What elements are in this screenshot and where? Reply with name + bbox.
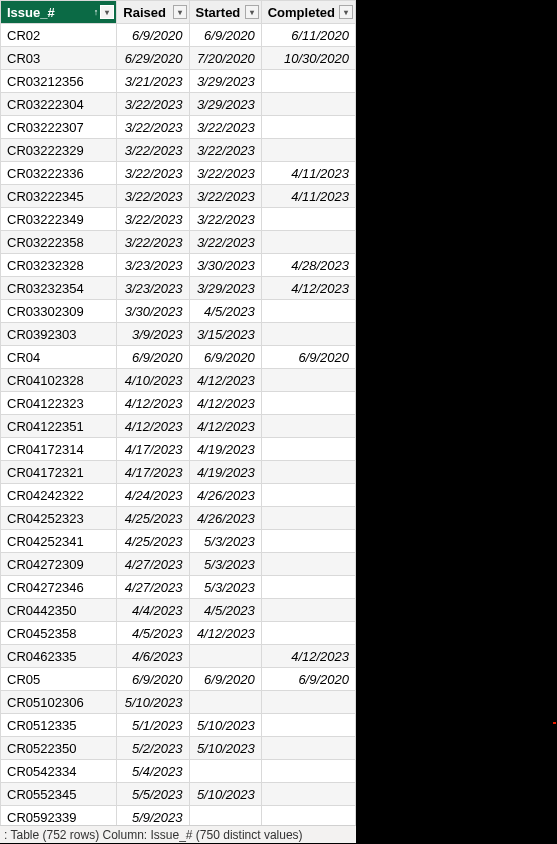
column-header-completed[interactable]: Completed ▾	[261, 1, 355, 24]
cell-started[interactable]: 3/22/2023	[189, 139, 261, 162]
cell-started[interactable]: 4/5/2023	[189, 300, 261, 323]
filter-dropdown-icon[interactable]: ▾	[245, 5, 259, 19]
cell-started[interactable]: 4/19/2023	[189, 438, 261, 461]
cell-raised[interactable]: 4/6/2023	[117, 645, 189, 668]
cell-raised[interactable]: 4/17/2023	[117, 438, 189, 461]
cell-completed[interactable]	[261, 599, 355, 622]
cell-issue[interactable]: CR02	[1, 24, 117, 47]
cell-issue[interactable]: CR03302309	[1, 300, 117, 323]
cell-issue[interactable]: CR03222336	[1, 162, 117, 185]
table-row[interactable]: CR05223505/2/20235/10/2023	[1, 737, 356, 760]
table-row[interactable]: CR032323283/23/20233/30/20234/28/2023	[1, 254, 356, 277]
cell-started[interactable]: 5/10/2023	[189, 737, 261, 760]
cell-completed[interactable]	[261, 576, 355, 599]
cell-issue[interactable]: CR03222345	[1, 185, 117, 208]
table-row[interactable]: CR042723094/27/20235/3/2023	[1, 553, 356, 576]
cell-issue[interactable]: CR04122323	[1, 392, 117, 415]
table-row[interactable]: CR032123563/21/20233/29/2023	[1, 70, 356, 93]
cell-completed[interactable]	[261, 116, 355, 139]
cell-raised[interactable]: 5/1/2023	[117, 714, 189, 737]
table-row[interactable]: CR026/9/20206/9/20206/11/2020	[1, 24, 356, 47]
table-row[interactable]: CR046/9/20206/9/20206/9/2020	[1, 346, 356, 369]
cell-issue[interactable]: CR0452358	[1, 622, 117, 645]
cell-issue[interactable]: CR03222358	[1, 231, 117, 254]
cell-raised[interactable]: 6/9/2020	[117, 668, 189, 691]
cell-started[interactable]: 3/30/2023	[189, 254, 261, 277]
cell-raised[interactable]: 4/27/2023	[117, 576, 189, 599]
cell-issue[interactable]: CR04122351	[1, 415, 117, 438]
cell-started[interactable]	[189, 806, 261, 826]
cell-completed[interactable]	[261, 484, 355, 507]
cell-started[interactable]: 5/10/2023	[189, 714, 261, 737]
cell-completed[interactable]	[261, 70, 355, 93]
cell-raised[interactable]: 4/5/2023	[117, 622, 189, 645]
cell-started[interactable]	[189, 691, 261, 714]
cell-raised[interactable]: 4/17/2023	[117, 461, 189, 484]
table-row[interactable]: CR05923395/9/2023	[1, 806, 356, 826]
cell-raised[interactable]: 5/9/2023	[117, 806, 189, 826]
table-row[interactable]: CR032223493/22/20233/22/2023	[1, 208, 356, 231]
table-row[interactable]: CR05423345/4/2023	[1, 760, 356, 783]
cell-issue[interactable]: CR04172314	[1, 438, 117, 461]
cell-raised[interactable]: 4/25/2023	[117, 530, 189, 553]
cell-completed[interactable]	[261, 300, 355, 323]
cell-completed[interactable]: 4/11/2023	[261, 162, 355, 185]
cell-raised[interactable]: 3/22/2023	[117, 208, 189, 231]
cell-issue[interactable]: CR03222349	[1, 208, 117, 231]
cell-completed[interactable]	[261, 369, 355, 392]
cell-completed[interactable]	[261, 208, 355, 231]
cell-started[interactable]: 4/5/2023	[189, 599, 261, 622]
cell-raised[interactable]: 3/23/2023	[117, 254, 189, 277]
cell-issue[interactable]: CR0392303	[1, 323, 117, 346]
cell-started[interactable]: 3/22/2023	[189, 162, 261, 185]
cell-raised[interactable]: 4/27/2023	[117, 553, 189, 576]
cell-issue[interactable]: CR04272346	[1, 576, 117, 599]
table-row[interactable]: CR03923033/9/20233/15/2023	[1, 323, 356, 346]
cell-completed[interactable]	[261, 714, 355, 737]
table-row[interactable]: CR041223234/12/20234/12/2023	[1, 392, 356, 415]
cell-completed[interactable]	[261, 139, 355, 162]
cell-raised[interactable]: 3/21/2023	[117, 70, 189, 93]
table-row[interactable]: CR036/29/20207/20/202010/30/2020	[1, 47, 356, 70]
table-row[interactable]: CR056/9/20206/9/20206/9/2020	[1, 668, 356, 691]
cell-started[interactable]: 3/15/2023	[189, 323, 261, 346]
cell-issue[interactable]: CR04102328	[1, 369, 117, 392]
cell-issue[interactable]: CR0462335	[1, 645, 117, 668]
cell-raised[interactable]: 6/9/2020	[117, 24, 189, 47]
filter-dropdown-icon[interactable]: ▾	[339, 5, 353, 19]
cell-completed[interactable]	[261, 415, 355, 438]
cell-issue[interactable]: CR0442350	[1, 599, 117, 622]
cell-started[interactable]: 4/12/2023	[189, 415, 261, 438]
cell-completed[interactable]	[261, 507, 355, 530]
cell-started[interactable]: 5/3/2023	[189, 576, 261, 599]
cell-issue[interactable]: CR03222304	[1, 93, 117, 116]
table-row[interactable]: CR032223043/22/20233/29/2023	[1, 93, 356, 116]
cell-raised[interactable]: 4/24/2023	[117, 484, 189, 507]
cell-issue[interactable]: CR03222329	[1, 139, 117, 162]
cell-raised[interactable]: 3/23/2023	[117, 277, 189, 300]
cell-raised[interactable]: 3/22/2023	[117, 185, 189, 208]
cell-started[interactable]: 3/22/2023	[189, 185, 261, 208]
cell-issue[interactable]: CR03232354	[1, 277, 117, 300]
table-row[interactable]: CR042423224/24/20234/26/2023	[1, 484, 356, 507]
cell-issue[interactable]: CR04272309	[1, 553, 117, 576]
column-header-issue[interactable]: Issue_# ↑ ▾	[1, 1, 117, 24]
cell-started[interactable]: 3/29/2023	[189, 93, 261, 116]
cell-started[interactable]: 4/26/2023	[189, 484, 261, 507]
cell-completed[interactable]	[261, 783, 355, 806]
cell-raised[interactable]: 4/12/2023	[117, 415, 189, 438]
cell-started[interactable]: 3/29/2023	[189, 277, 261, 300]
cell-completed[interactable]: 4/12/2023	[261, 277, 355, 300]
cell-raised[interactable]: 4/4/2023	[117, 599, 189, 622]
cell-completed[interactable]: 4/28/2023	[261, 254, 355, 277]
cell-completed[interactable]	[261, 553, 355, 576]
cell-started[interactable]: 3/22/2023	[189, 231, 261, 254]
table-row[interactable]: CR041223514/12/20234/12/2023	[1, 415, 356, 438]
cell-raised[interactable]: 3/22/2023	[117, 116, 189, 139]
cell-completed[interactable]	[261, 231, 355, 254]
table-row[interactable]: CR033023093/30/20234/5/2023	[1, 300, 356, 323]
cell-issue[interactable]: CR04252323	[1, 507, 117, 530]
cell-started[interactable]	[189, 645, 261, 668]
cell-raised[interactable]: 3/22/2023	[117, 139, 189, 162]
table-row[interactable]: CR041023284/10/20234/12/2023	[1, 369, 356, 392]
